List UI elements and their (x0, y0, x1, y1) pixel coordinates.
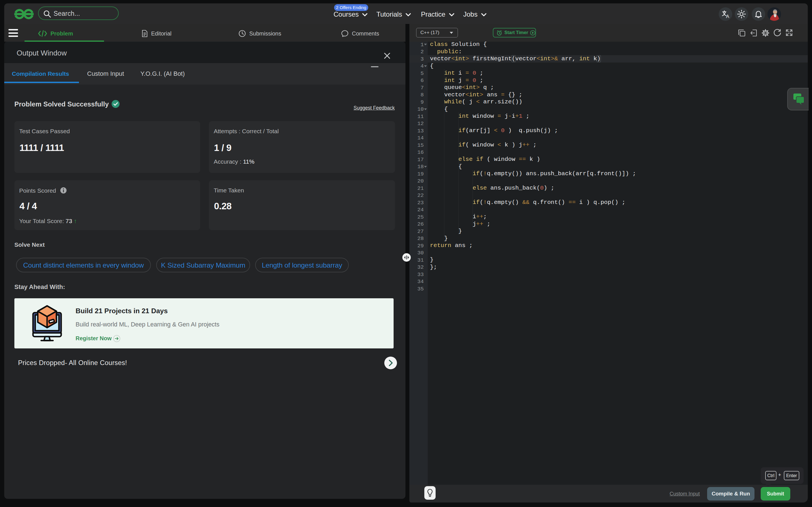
svg-text:A: A (726, 14, 729, 19)
